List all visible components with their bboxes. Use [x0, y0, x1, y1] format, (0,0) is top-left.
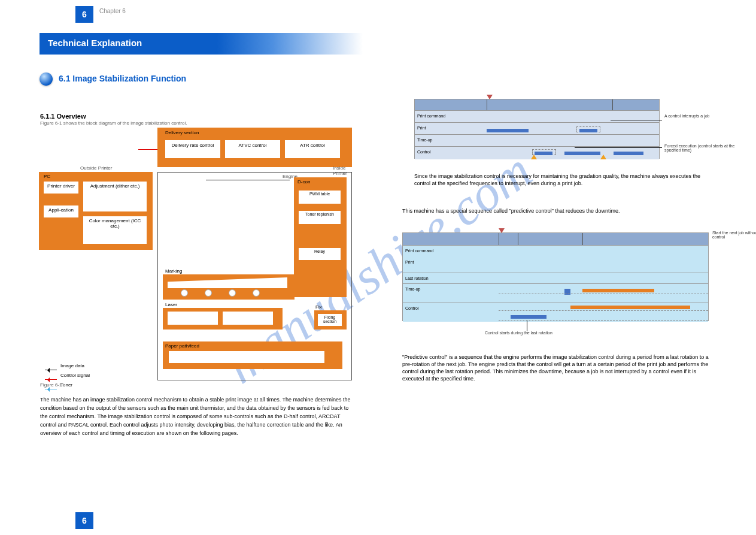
bar2-orange-a	[582, 289, 654, 292]
paper-label: Paper path/feed	[165, 343, 199, 349]
timing1-row2-label: Print	[417, 126, 426, 130]
timing1-marker-down	[487, 95, 493, 99]
section-subtitle: 6.1 Image Stabilization Function	[59, 74, 186, 83]
timing2-row-4: Control	[403, 303, 708, 322]
section-title-bar: Technical Explanation	[40, 33, 363, 55]
drum-4	[253, 289, 260, 297]
inside-printer-label: Inside Printer	[333, 165, 351, 176]
engine-outer: Outside Printer Engine Inside Printer D-…	[157, 172, 352, 380]
bar-ctrl-b	[564, 152, 600, 155]
delivery-group: Delivery section Delivery rate control A…	[157, 128, 352, 167]
timing1-row-4: Control	[415, 146, 659, 159]
pc-box-3: Adjustment (dither etc.)	[83, 182, 147, 211]
legend-row-black: Image data	[45, 361, 90, 371]
timing2-row3-label: Time-up	[405, 287, 420, 291]
timing-chart-2: Print command Print Last rotation Time-u…	[402, 232, 709, 321]
pc-box-2: Appli-cation	[44, 205, 78, 217]
legend-black-label: Image data	[60, 363, 84, 368]
marking-group: Marking	[163, 274, 294, 300]
fixing-box: Fixing section	[318, 314, 342, 326]
arrow-black-1	[206, 180, 290, 180]
block-diagram: Delivery section Delivery rate control A…	[39, 128, 356, 386]
callout-line-1	[611, 120, 662, 120]
overview-paragraph: The machine has an image stabilization c…	[40, 395, 354, 437]
timing2-caption: "Predictive control" is a sequence that …	[402, 353, 714, 382]
timing2-row-1: Print command Print	[403, 245, 708, 273]
timing1-row3-label: Time-up	[417, 138, 432, 142]
legend-blue-label: Toner	[60, 382, 72, 388]
timing1-row1-label: Print command	[417, 114, 445, 118]
dcon-label: D-con	[297, 179, 310, 185]
timing1-row4-label: Control	[417, 150, 431, 154]
timing1-callout-1: A control interrupts a job	[664, 114, 736, 118]
timing2-marker-down	[499, 228, 505, 233]
timing-chart-1: Print command Print Time-up Control	[414, 99, 660, 159]
laser-group: Laser	[163, 308, 283, 330]
drum-1	[181, 289, 188, 297]
bar-print-b	[579, 129, 597, 132]
fix-label: Fix	[315, 304, 322, 310]
timing1-marker-up-2	[600, 155, 606, 159]
delivery-box-2: ATVC control	[225, 140, 280, 158]
callout-line-2	[575, 147, 662, 148]
overview-heading: 6.1.1 Overview	[40, 113, 86, 120]
timing1-callout-2: Forced execution (control starts at the …	[664, 144, 736, 152]
page-number-top: 6	[75, 6, 93, 23]
paper-group: Paper path/feed	[163, 341, 342, 369]
bar2-blue	[511, 315, 546, 319]
drum-2	[205, 289, 212, 297]
dash-line-b	[499, 310, 708, 311]
timing2-row2-label: Last rotation	[405, 276, 429, 280]
dcon-box-3: Relay	[299, 248, 341, 260]
bar2-orange-b	[570, 306, 690, 309]
fixing-group: Fix Fixing section	[314, 310, 347, 330]
legend-row-red: Control signal	[45, 371, 90, 380]
timing2-row-2: Last rotation	[403, 273, 708, 283]
delivery-box-1: Delivery rate control	[165, 140, 220, 158]
dash-line-a	[499, 294, 708, 294]
bar-print-a	[487, 129, 529, 132]
timing2-callout-1: Control starts during the last rotation	[485, 331, 593, 335]
timing2-callout-2: Start the next job without control	[712, 231, 756, 239]
delivery-group-label: Delivery section	[165, 130, 199, 135]
laser-box-2	[223, 312, 273, 325]
drum-3	[229, 289, 236, 297]
bar-ctrl-c	[614, 152, 643, 155]
paper-box	[169, 351, 324, 363]
dcon-box-1: PWM table	[299, 191, 341, 204]
timing2-row1-label: Print command	[405, 249, 433, 253]
arrow-red-1	[138, 149, 157, 150]
bar-ctrl-a	[535, 152, 552, 155]
timing2-row1b-label: Print	[405, 260, 414, 264]
legend-red-label: Control signal	[60, 373, 90, 378]
laser-label: Laser	[165, 302, 177, 307]
figure-6-1-label: Figure 6-1	[40, 382, 62, 388]
marking-wedge	[168, 277, 287, 288]
timing1-header	[415, 99, 659, 110]
pc-group-label: PC	[44, 174, 50, 179]
predictive-intro: This machine has a special sequence call…	[402, 207, 714, 215]
pc-box-4: Color management (ICC etc.)	[83, 216, 147, 244]
dcon-group: D-con PWM table Toner replenish Relay	[294, 177, 347, 297]
delivery-box-3: ATR control	[285, 140, 340, 158]
timing2-header	[403, 233, 708, 245]
outside-printer-label: Outside Printer	[80, 165, 112, 171]
timing1-caption: Since the image stabilization control is…	[414, 173, 714, 187]
marking-label: Marking	[165, 268, 182, 274]
timing1-marker-up-1	[531, 155, 537, 159]
chapter-label-top: Chapter 6	[99, 8, 126, 14]
dcon-box-2: Toner replenish	[299, 211, 341, 224]
timing2-row-3: Time-up	[403, 283, 708, 303]
dash-line-c	[499, 320, 708, 321]
overview-subheading: Figure 6-1 shows the block diagram of th…	[40, 120, 187, 126]
laser-box-1	[168, 312, 218, 325]
page-number-bottom: 6	[75, 512, 93, 529]
timing2-row4-label: Control	[405, 306, 419, 310]
pc-group: PC Printer driver Appli-cation Adjustmen…	[39, 172, 153, 250]
pc-box-1: Printer driver	[44, 182, 78, 194]
callout2-line-1	[527, 321, 527, 331]
bullet-icon	[40, 72, 53, 86]
